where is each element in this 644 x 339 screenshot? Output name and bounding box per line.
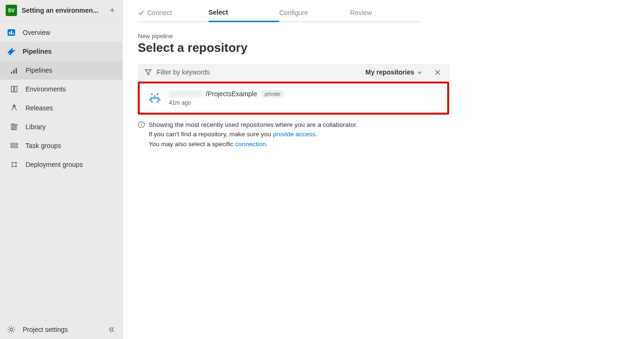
svg-rect-15 <box>11 143 17 145</box>
sidebar-item-label: Pipelines <box>23 48 51 55</box>
gear-icon <box>7 325 16 334</box>
svg-rect-10 <box>15 86 17 92</box>
step-select[interactable]: Select <box>209 8 279 22</box>
sidebar-item-label: Library <box>25 123 46 131</box>
breadcrumb: New pipeline <box>138 33 629 40</box>
sidebar-item-overview[interactable]: Overview <box>0 23 122 42</box>
info-icon <box>138 120 145 149</box>
provide-access-link[interactable]: provide access <box>273 131 315 138</box>
repo-owner-redacted <box>169 90 202 98</box>
footer-label: Project settings <box>23 326 68 333</box>
sidebar-subitem-environments[interactable]: Environments <box>0 80 122 99</box>
svg-rect-22 <box>151 93 153 95</box>
sidebar-subitem-pipelines[interactable]: Pipelines <box>0 61 122 80</box>
svg-rect-3 <box>13 33 14 34</box>
sidebar-subitem-deployment-groups[interactable]: Deployment groups <box>0 155 122 174</box>
svg-rect-26 <box>149 99 152 101</box>
step-configure[interactable]: Configure <box>279 8 350 22</box>
chevron-down-icon <box>417 70 422 75</box>
step-label: Connect <box>147 9 172 17</box>
repo-details: /ProjectsExample private 41m ago <box>169 90 440 106</box>
sidebar-footer: Project settings <box>0 320 122 339</box>
svg-rect-28 <box>151 101 153 103</box>
info-line-1: Showing the most recently used repositor… <box>149 120 358 130</box>
svg-rect-9 <box>11 86 14 92</box>
svg-rect-1 <box>9 32 10 34</box>
clear-filter-icon[interactable] <box>433 69 443 75</box>
releases-icon <box>9 103 19 113</box>
visibility-badge: private <box>261 90 284 98</box>
svg-rect-25 <box>150 97 159 99</box>
step-label: Configure <box>279 9 308 17</box>
sidebar-item-label: Task groups <box>25 142 61 149</box>
page-title: Select a repository <box>138 41 629 55</box>
svg-rect-16 <box>11 146 17 148</box>
svg-rect-27 <box>158 99 160 101</box>
svg-point-4 <box>13 48 15 50</box>
task-groups-icon <box>9 141 19 150</box>
sidebar-subitem-task-groups[interactable]: Task groups <box>0 136 122 155</box>
info-line-3: You may also select a specific connectio… <box>149 140 358 149</box>
svg-rect-23 <box>157 93 159 95</box>
info-text: Showing the most recently used repositor… <box>149 120 358 149</box>
deployment-groups-icon <box>9 160 19 169</box>
svg-rect-7 <box>13 70 15 74</box>
info-line-2: If you can't find a repository, make sur… <box>149 130 358 139</box>
repo-scope-dropdown[interactable]: My repositories <box>366 68 422 76</box>
sidebar-item-label: Pipelines <box>25 66 52 74</box>
repo-item[interactable]: /ProjectsExample private 41m ago <box>138 82 449 115</box>
main-content: Connect Select Configure Review New pipe… <box>123 0 644 339</box>
svg-rect-8 <box>16 68 17 74</box>
info-message: Showing the most recently used repositor… <box>138 120 449 149</box>
project-avatar: SV <box>6 5 17 16</box>
sidebar-subitem-library[interactable]: Library <box>0 117 122 136</box>
project-title: Setting an environmen... <box>22 7 103 14</box>
svg-rect-12 <box>11 124 13 130</box>
svg-rect-13 <box>13 124 15 130</box>
project-settings-button[interactable]: Project settings <box>7 325 68 334</box>
sidebar-item-label: Environments <box>25 85 66 93</box>
filter-icon <box>144 68 152 76</box>
wizard-steps: Connect Select Configure Review <box>123 0 644 22</box>
sidebar-item-label: Releases <box>25 104 53 112</box>
repo-timestamp: 41m ago <box>169 99 440 106</box>
filter-bar: My repositories <box>138 64 449 81</box>
sidebar: SV Setting an environmen... + Overview P… <box>0 0 123 339</box>
sidebar-item-label: Deployment groups <box>25 161 83 168</box>
step-label: Review <box>350 9 372 17</box>
repo-avatar-icon <box>147 91 162 106</box>
svg-point-21 <box>10 328 13 331</box>
sidebar-subitem-releases[interactable]: Releases <box>0 99 122 117</box>
svg-rect-32 <box>141 124 142 126</box>
connection-link[interactable]: connection <box>235 141 266 148</box>
step-connect[interactable]: Connect <box>138 8 209 22</box>
collapse-sidebar-icon[interactable] <box>108 326 116 333</box>
svg-rect-29 <box>157 101 159 103</box>
svg-rect-6 <box>11 72 12 74</box>
filter-input[interactable] <box>157 68 361 76</box>
project-header: SV Setting an environmen... + <box>0 0 122 21</box>
svg-rect-24 <box>154 95 156 97</box>
sidebar-item-label: Overview <box>23 29 50 36</box>
pipelines-sub-icon <box>9 66 19 75</box>
overview-icon <box>7 28 16 37</box>
sidebar-nav: Overview Pipelines Pipelines Environment… <box>0 21 122 320</box>
svg-point-31 <box>141 123 142 124</box>
library-icon <box>9 122 19 132</box>
step-label: Select <box>209 8 228 16</box>
pipelines-icon <box>7 47 16 56</box>
step-review[interactable]: Review <box>350 8 421 22</box>
environments-icon <box>9 84 19 94</box>
check-icon <box>138 9 144 16</box>
svg-rect-14 <box>15 124 17 130</box>
page-content: New pipeline Select a repository My repo… <box>123 22 644 159</box>
svg-rect-2 <box>11 31 12 34</box>
repo-name: /ProjectsExample <box>206 90 257 98</box>
sidebar-item-pipelines[interactable]: Pipelines <box>0 42 122 61</box>
scope-label: My repositories <box>366 68 414 76</box>
add-icon[interactable]: + <box>108 6 117 16</box>
svg-point-5 <box>8 53 10 55</box>
